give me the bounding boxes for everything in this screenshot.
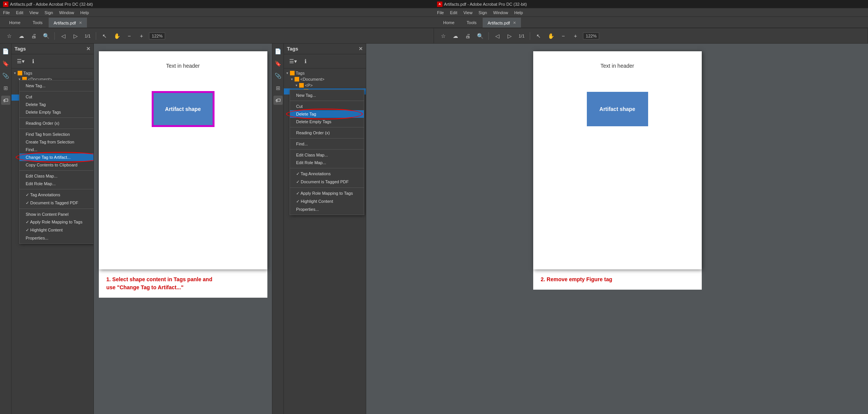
tab-home-left[interactable]: Home [3, 18, 26, 28]
ctx-delete-tag-right[interactable]: Delete Tag [290, 110, 364, 118]
zoomout-btn-right[interactable]: − [558, 31, 568, 41]
tags-close-right[interactable]: ✕ [359, 46, 363, 52]
tags-info-left[interactable]: ℹ [28, 56, 38, 67]
tab-close-right[interactable]: ✕ [513, 21, 516, 25]
tree-icon-p-right [299, 83, 304, 88]
tab-home-right[interactable]: Home [437, 18, 460, 28]
sidebar-layers-right[interactable]: ⊞ [274, 83, 283, 93]
ctx-show-content-left[interactable]: Show in Content Panel [20, 210, 93, 218]
ctx-delete-tag-left[interactable]: Delete Tag [20, 101, 93, 108]
ctx-find-right[interactable]: Find... [290, 140, 364, 148]
menu-view-right[interactable]: View [463, 10, 473, 15]
zoomout-btn-left[interactable]: − [124, 31, 134, 41]
hand-btn-right[interactable]: ✋ [545, 31, 556, 41]
tab-tools-left[interactable]: Tools [26, 18, 49, 28]
tree-p-right[interactable]: ▼ <P> [284, 82, 366, 88]
tags-options-right[interactable]: ☰▾ [288, 56, 298, 67]
cloud-btn-left[interactable]: ☁ [16, 31, 27, 41]
tags-options-left[interactable]: ☰▾ [15, 56, 26, 67]
menu-help-left[interactable]: Help [80, 10, 89, 15]
tab-close-left[interactable]: ✕ [79, 21, 82, 25]
ctx-reading-order-left[interactable]: Reading Order (x) [20, 119, 93, 127]
bookmark-btn-right[interactable]: ☆ [438, 31, 449, 41]
zoomin-btn-right[interactable]: + [570, 31, 581, 41]
search-btn-right[interactable]: 🔍 [475, 31, 485, 41]
caption-left: 1. Select shape content in Tags panle an… [99, 269, 267, 298]
ctx-doc-tagged-right[interactable]: Document is Tagged PDF [290, 178, 364, 186]
sidebar-tags-left[interactable]: 🏷 [1, 96, 10, 105]
tags-info-right[interactable]: ℹ [300, 56, 311, 67]
ctx-highlight-right[interactable]: Highlight Content [290, 197, 364, 205]
ctx-find-left[interactable]: Find... [20, 146, 93, 153]
ctx-doc-tagged-left[interactable]: Document is Tagged PDF [20, 199, 93, 207]
print-btn-left[interactable]: 🖨 [28, 31, 39, 41]
ctx-edit-role-left[interactable]: Edit Role Map... [20, 180, 93, 187]
next-btn-right[interactable]: ▷ [504, 31, 515, 41]
zoom-display-right[interactable]: 122% [583, 33, 599, 39]
menu-window-left[interactable]: Window [59, 10, 74, 15]
prev-btn-left[interactable]: ◁ [58, 31, 69, 41]
ctx-reading-order-right[interactable]: Reading Order (x) [290, 129, 364, 137]
sidebar-pages-right[interactable]: 📄 [274, 47, 283, 56]
cursor-btn-right[interactable]: ↖ [533, 31, 544, 41]
ctx-change-tag-left[interactable]: Change Tag to Artifact... [20, 153, 93, 161]
ctx-edit-class-left[interactable]: Edit Class Map... [20, 172, 93, 180]
tree-root-right[interactable]: ▼ Tags [284, 70, 366, 76]
menu-sign-right[interactable]: Sign [478, 10, 487, 15]
ctx-sep3-right [290, 138, 364, 139]
tree-document-right[interactable]: ▼ <Document> [284, 76, 366, 82]
ctx-find-tag-left[interactable]: Find Tag from Selection [20, 130, 93, 138]
print-btn-right[interactable]: 🖨 [462, 31, 473, 41]
menu-file-right[interactable]: File [437, 10, 444, 15]
sidebar-pages-left[interactable]: 📄 [1, 47, 10, 56]
ctx-delete-empty-right[interactable]: Delete Empty Tags [290, 118, 364, 126]
ctx-cut-right[interactable]: Cut [290, 103, 364, 110]
ctx-new-tag-left[interactable]: New Tag... [20, 82, 93, 90]
prev-btn-right[interactable]: ◁ [492, 31, 503, 41]
main-area: 📄 🔖 📎 ⊞ 🏷 Tags ✕ ☰▾ ℹ ▼ Tags [0, 44, 868, 414]
hand-btn-left[interactable]: ✋ [111, 31, 122, 41]
ctx-tag-annotations-right[interactable]: Tag Annotations [290, 170, 364, 178]
ctx-tag-annotations-left[interactable]: Tag Annotations [20, 191, 93, 199]
sidebar-attach-left[interactable]: 📎 [1, 71, 10, 80]
ctx-properties-left[interactable]: Properties... [20, 234, 93, 242]
ctx-edit-role-right[interactable]: Edit Role Map... [290, 159, 364, 166]
ctx-highlight-left[interactable]: Highlight Content [20, 226, 93, 234]
menu-sign-left[interactable]: Sign [44, 10, 53, 15]
zoom-display-left[interactable]: 122% [149, 33, 165, 39]
sidebar-layers-left[interactable]: ⊞ [1, 83, 10, 93]
next-btn-left[interactable]: ▷ [70, 31, 81, 41]
page-nav-right: 1 / 1 [519, 34, 524, 38]
sidebar-tags-right[interactable]: 🏷 [274, 96, 283, 105]
cursor-btn-left[interactable]: ↖ [99, 31, 110, 41]
sidebar-bookmark-right[interactable]: 🔖 [274, 59, 283, 68]
ctx-properties-right[interactable]: Properties... [290, 205, 364, 213]
bookmark-btn-left[interactable]: ☆ [4, 31, 15, 41]
ctx-new-tag-right[interactable]: New Tag... [290, 91, 364, 99]
menu-view-left[interactable]: View [29, 10, 39, 15]
menu-file-left[interactable]: File [3, 10, 10, 15]
sidebar-icons-left: 📄 🔖 📎 ⊞ 🏷 [0, 44, 11, 414]
ctx-copy-contents-left[interactable]: Copy Contents to Clipboard [20, 161, 93, 169]
ctx-edit-class-right[interactable]: Edit Class Map... [290, 151, 364, 159]
zoomin-btn-left[interactable]: + [136, 31, 147, 41]
tab-file-right[interactable]: Artifacts.pdf ✕ [483, 18, 521, 28]
tags-close-left[interactable]: ✕ [86, 46, 90, 52]
cloud-btn-right[interactable]: ☁ [450, 31, 461, 41]
menu-window-right[interactable]: Window [493, 10, 508, 15]
menu-edit-left[interactable]: Edit [16, 10, 23, 15]
ctx-apply-role-right[interactable]: Apply Role Mapping to Tags [290, 189, 364, 197]
ctx-delete-empty-left[interactable]: Delete Empty Tags [20, 108, 93, 116]
menu-edit-right[interactable]: Edit [450, 10, 457, 15]
search-btn-left[interactable]: 🔍 [41, 31, 51, 41]
tab-file-left[interactable]: Artifacts.pdf ✕ [49, 18, 87, 28]
ctx-apply-role-left[interactable]: Apply Role Mapping to Tags [20, 218, 93, 226]
sidebar-bookmark-left[interactable]: 🔖 [1, 59, 10, 68]
tree-label-root-right: Tags [296, 71, 305, 75]
tab-tools-right[interactable]: Tools [460, 18, 483, 28]
ctx-cut-left[interactable]: Cut [20, 93, 93, 101]
menu-help-right[interactable]: Help [514, 10, 523, 15]
tree-root-left[interactable]: ▼ Tags [11, 70, 93, 76]
sidebar-attach-right[interactable]: 📎 [274, 71, 283, 80]
ctx-create-tag-left[interactable]: Create Tag from Selection [20, 138, 93, 146]
